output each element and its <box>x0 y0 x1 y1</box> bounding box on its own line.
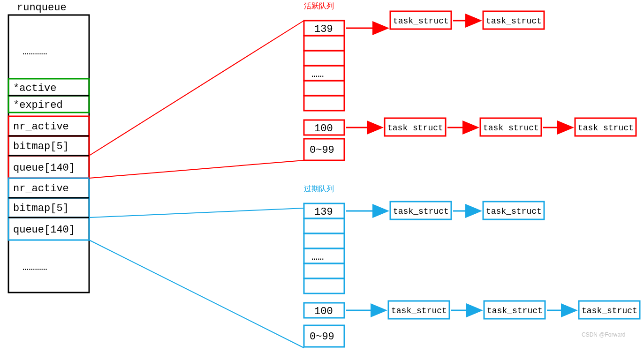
svg-rect-26 <box>304 248 344 263</box>
expired-queue-title: 过期队列 <box>304 185 334 193</box>
svg-text:task_struct: task_struct <box>486 207 542 216</box>
svg-text:0~99: 0~99 <box>310 144 334 156</box>
svg-text:task_struct: task_struct <box>487 306 543 315</box>
svg-text:……: …… <box>311 251 324 263</box>
cell-active-label: *active <box>13 83 56 94</box>
svg-rect-29 <box>304 278 344 293</box>
svg-text:139: 139 <box>314 206 333 218</box>
conn-red-bottom <box>89 160 304 178</box>
svg-text:task_struct: task_struct <box>578 123 634 133</box>
expired-queue-array: 139 …… 100 0~99 <box>304 203 344 347</box>
svg-text:task_struct: task_struct <box>393 16 449 26</box>
runqueue-dots-bottom: ………… <box>23 262 47 273</box>
cell-queue-1-label: queue[140] <box>13 162 75 174</box>
watermark: CSDN @Forward <box>582 331 626 338</box>
cell-expired-label: *expired <box>13 99 63 111</box>
svg-text:task_struct: task_struct <box>391 306 447 315</box>
svg-text:task_struct: task_struct <box>486 16 542 26</box>
svg-rect-8 <box>304 51 344 66</box>
conn-red-top <box>89 21 304 156</box>
cell-nr-active-2-label: nr_active <box>13 183 69 195</box>
conn-blue-top <box>89 208 304 218</box>
svg-text:……: …… <box>311 68 324 80</box>
runqueue-dots-top: ………… <box>23 46 47 58</box>
cell-bitmap-1-label: bitmap[5] <box>13 141 69 152</box>
svg-text:100: 100 <box>314 306 333 317</box>
runqueue-title: runqueue <box>17 2 67 14</box>
active-queue-title: 活跃队列 <box>304 2 334 10</box>
svg-text:task_struct: task_struct <box>393 207 449 216</box>
svg-text:task_struct: task_struct <box>483 123 539 133</box>
svg-rect-25 <box>304 233 344 248</box>
conn-blue-bottom <box>89 240 304 348</box>
runqueue-outline <box>8 15 89 293</box>
svg-text:0~99: 0~99 <box>310 331 334 343</box>
svg-rect-11 <box>304 81 344 96</box>
svg-rect-24 <box>304 218 344 233</box>
svg-text:task_struct: task_struct <box>582 306 637 315</box>
cell-nr-active-1-label: nr_active <box>13 121 69 133</box>
svg-text:task_struct: task_struct <box>387 123 443 133</box>
svg-rect-12 <box>304 96 344 111</box>
svg-rect-9 <box>304 66 344 81</box>
svg-text:100: 100 <box>314 123 333 135</box>
active-queue-array: 139 …… 100 0~99 <box>304 21 344 160</box>
svg-rect-28 <box>304 263 344 278</box>
cell-queue-2-label: queue[140] <box>13 224 75 236</box>
cell-bitmap-2-label: bitmap[5] <box>13 203 69 214</box>
svg-rect-7 <box>304 36 344 51</box>
svg-text:139: 139 <box>314 23 333 35</box>
